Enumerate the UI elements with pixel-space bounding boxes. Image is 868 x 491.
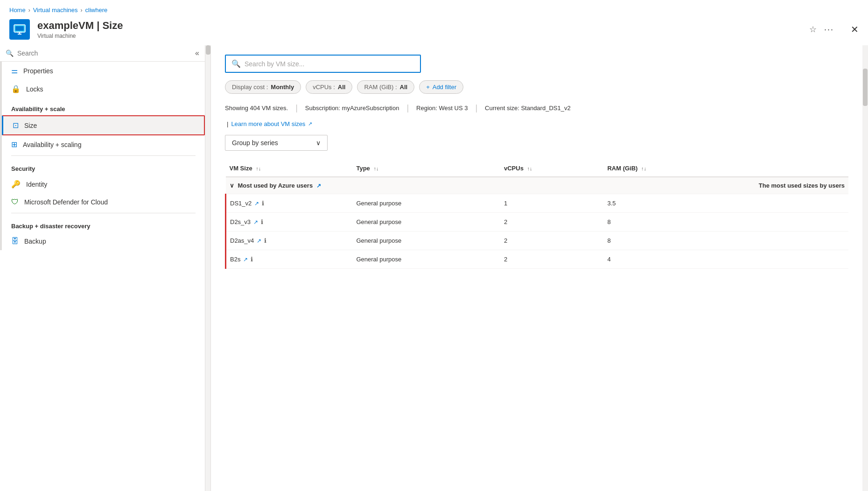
info-sep-3: | [475, 103, 477, 113]
vm-size-cell: D2s_v3 ↗ ℹ [226, 213, 353, 231]
sidebar-scrollbar[interactable] [205, 45, 211, 491]
favorite-button[interactable]: ☆ [809, 24, 817, 35]
learn-more-row: | Learn more about VM sizes ↗ [225, 120, 848, 127]
breadcrumb-sep-2: › [81, 7, 83, 14]
sidebar-item-defender[interactable]: 🛡 Microsoft Defender for Cloud [2, 193, 205, 211]
type-cell: General purpose [352, 250, 500, 269]
info-sep-2: | [406, 103, 409, 113]
sidebar: 🔍 « ⚌ Properties 🔒 Locks Availabil [0, 45, 205, 491]
col-type[interactable]: Type ↑↓ [352, 160, 500, 177]
info-icon[interactable]: ℹ [264, 237, 266, 244]
sidebar-item-label: Availability + scaling [23, 141, 81, 148]
vm-count: Showing 404 VM sizes. [225, 105, 288, 112]
vm-size-cell: DS1_v2 ↗ ℹ [226, 194, 353, 213]
group-note: The most used sizes by users [603, 177, 848, 194]
region-info: Region: West US 3 [416, 105, 468, 112]
ram-cell: 3.5 [603, 194, 848, 213]
ram-cell: 4 [603, 250, 848, 269]
vcpus-cell: 2 [500, 213, 603, 231]
vm-icon [9, 19, 30, 40]
external-link-icon: ↗ [308, 121, 312, 127]
vcpus-cell: 2 [500, 250, 603, 269]
group-row-most-used[interactable]: ∨ Most used by Azure users ↗ The most us… [226, 177, 849, 194]
trending-icon: ↗ [254, 200, 259, 207]
display-cost-filter[interactable]: Display cost : Monthly [225, 80, 301, 94]
display-cost-value: Monthly [271, 84, 294, 91]
sort-icon-ram: ↑↓ [641, 166, 646, 171]
page-title-area: exampleVM | Size Virtual machine [37, 20, 802, 39]
group-by-row: Group by series ∨ [225, 135, 848, 151]
properties-icon: ⚌ [11, 66, 18, 75]
trending-icon: ↗ [257, 238, 261, 244]
main-layout: 🔍 « ⚌ Properties 🔒 Locks Availabil [0, 45, 868, 491]
table-row[interactable]: DS1_v2 ↗ ℹ General purpose 1 3.5 [226, 194, 849, 213]
content-area: 🔍 Display cost : Monthly vCPUs : All RAM… [211, 45, 862, 491]
group-trend-icon: ↗ [316, 182, 321, 189]
col-vm-size[interactable]: VM Size ↑↓ [226, 160, 353, 177]
header-actions: ☆ ··· ✕ [809, 24, 859, 35]
filter-row: Display cost : Monthly vCPUs : All RAM (… [225, 80, 848, 94]
current-size-info: Current size: Standard_DS1_v2 [485, 105, 571, 112]
vcpus-filter[interactable]: vCPUs : All [306, 80, 352, 94]
page-header: exampleVM | Size Virtual machine ☆ ··· ✕ [0, 17, 868, 45]
group-by-label: Group by series [232, 139, 278, 147]
vm-search-bar[interactable]: 🔍 [225, 55, 421, 73]
table-row[interactable]: B2s ↗ ℹ General purpose 2 4 [226, 250, 849, 269]
trending-icon: ↗ [243, 256, 248, 263]
nav-divider-2 [11, 213, 196, 213]
sidebar-item-size[interactable]: ⊡ Size [2, 115, 205, 135]
sidebar-item-locks[interactable]: 🔒 Locks [2, 80, 205, 98]
info-icon[interactable]: ℹ [261, 218, 263, 225]
add-filter-button[interactable]: + Add filter [419, 80, 463, 94]
sidebar-item-label: Backup [24, 238, 46, 245]
vm-name-label: D2as_v4 [230, 237, 254, 244]
section-availability: Availability + scale [2, 98, 205, 115]
breadcrumb-resource[interactable]: cliwhere [85, 7, 108, 14]
page-subtitle: Virtual machine [37, 33, 802, 39]
size-icon: ⊡ [13, 121, 19, 130]
col-ram[interactable]: RAM (GiB) ↑↓ [603, 160, 848, 177]
subscription-info: Subscription: myAzureSubscription [305, 105, 399, 112]
table-body: ∨ Most used by Azure users ↗ The most us… [226, 177, 849, 269]
col-vcpus[interactable]: vCPUs ↑↓ [500, 160, 603, 177]
sidebar-item-properties[interactable]: ⚌ Properties [2, 62, 205, 80]
learn-more-link[interactable]: Learn more about VM sizes [231, 120, 305, 127]
table-row[interactable]: D2as_v4 ↗ ℹ General purpose 2 8 [226, 231, 849, 250]
vm-search-input[interactable] [245, 60, 414, 68]
sidebar-item-label: Locks [26, 85, 43, 93]
content-scrollbar[interactable] [862, 45, 868, 491]
chevron-down-icon: ∨ [316, 139, 321, 147]
ram-label: RAM (GiB) : [364, 84, 397, 91]
vcpus-cell: 2 [500, 231, 603, 250]
sidebar-item-identity[interactable]: 🔑 Identity [2, 175, 205, 193]
sidebar-item-label: Identity [26, 181, 47, 188]
info-icon[interactable]: ℹ [262, 200, 264, 207]
breadcrumb-vms[interactable]: Virtual machines [33, 7, 78, 14]
sidebar-item-label: Properties [23, 67, 53, 75]
info-icon[interactable]: ℹ [251, 256, 253, 263]
vcpus-label: vCPUs : [313, 84, 335, 91]
table-row[interactable]: D2s_v3 ↗ ℹ General purpose 2 8 [226, 213, 849, 231]
vcpus-cell: 1 [500, 194, 603, 213]
info-sep-1: | [295, 103, 298, 113]
close-button[interactable]: ✕ [851, 24, 859, 35]
sidebar-item-availability-scaling[interactable]: ⊞ Availability + scaling [2, 135, 205, 154]
breadcrumb: Home › Virtual machines › cliwhere [0, 0, 868, 17]
sort-icon-type: ↑↓ [373, 166, 378, 171]
trending-icon: ↗ [253, 219, 258, 225]
group-by-dropdown[interactable]: Group by series ∨ [225, 135, 328, 151]
info-bar: Showing 404 VM sizes. | Subscription: my… [225, 103, 848, 113]
sidebar-search-input[interactable] [17, 49, 184, 57]
availability-icon: ⊞ [11, 140, 17, 149]
breadcrumb-home[interactable]: Home [9, 7, 26, 14]
ram-filter[interactable]: RAM (GiB) : All [357, 80, 414, 94]
sidebar-collapse-button[interactable]: « [189, 45, 205, 61]
backup-icon: 🗄 [11, 237, 19, 246]
ram-value: All [400, 84, 408, 91]
sidebar-item-backup[interactable]: 🗄 Backup [2, 232, 205, 250]
sidebar-search-icon: 🔍 [6, 49, 14, 57]
vm-size-cell: B2s ↗ ℹ [226, 250, 353, 269]
display-cost-label: Display cost : [232, 84, 268, 91]
group-expand-icon: ∨ [230, 182, 234, 189]
more-options-button[interactable]: ··· [824, 25, 834, 35]
